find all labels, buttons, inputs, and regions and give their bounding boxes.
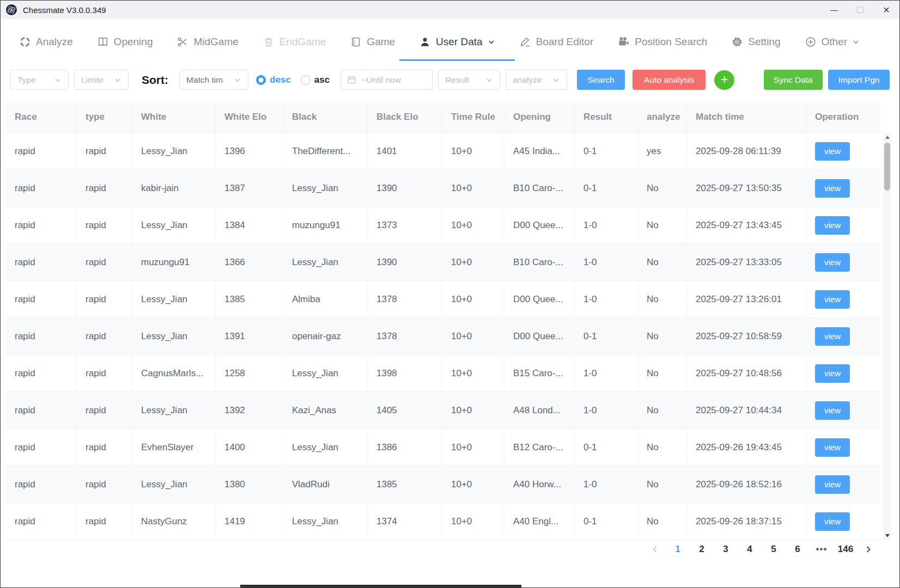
nav-item-user-data[interactable]: User Data [419,36,495,48]
column-header-result: Result [575,101,638,132]
nav-item-midgame[interactable]: MidGame [177,36,238,48]
view-button[interactable]: view [815,438,850,457]
date-range-picker[interactable]: ~Until now [340,70,433,90]
page-button-1[interactable]: 1 [668,540,687,559]
view-button[interactable]: view [815,401,850,420]
cell-type: rapid [77,244,132,280]
camera-icon [617,35,630,48]
cell-white_elo: 1387 [216,170,283,206]
nav-item-board-editor[interactable]: Board Editor [519,36,594,48]
search-button[interactable]: Search [577,70,625,90]
column-header-black-elo: Black Elo [368,101,442,132]
nav-item-setting[interactable]: Setting [731,36,780,48]
nav-item-game[interactable]: Game [350,36,395,48]
page-button-6[interactable]: 6 [788,540,807,559]
cell-type: rapid [77,466,132,503]
chevron-down-icon [114,76,121,84]
nav-item-other[interactable]: Other [805,36,860,48]
app-title: Chessmate V3.0.0.349 [23,5,106,15]
view-button[interactable]: view [815,253,850,272]
sort-desc-option[interactable]: desc [256,75,291,85]
cell-black: muzungu91 [283,207,368,243]
cell-black: Lessy_Jian [283,244,368,280]
cell-black_elo: 1378 [368,318,442,354]
cell-race: rapid [6,355,77,391]
limit-select[interactable]: Limite [74,70,129,90]
notebook-icon [350,36,362,48]
table-scrollbar[interactable] [883,133,891,540]
cell-analyze: No [638,392,687,428]
column-header-analyze: analyze [638,101,687,132]
cell-opening: B10 Caro-... [504,244,575,280]
page-button-146[interactable]: 146 [836,540,855,559]
cell-white: Lessy_Jian [132,466,216,503]
scroll-down-icon[interactable] [883,531,891,540]
cell-analyze: No [638,244,687,280]
nav-item-opening[interactable]: Opening [97,36,153,48]
cell-operation: view [806,318,880,354]
cell-operation: view [806,281,880,317]
sort-field-select[interactable]: Match tim [179,70,248,90]
analyze-select[interactable]: analyze [506,70,567,90]
cell-time_rule: 10+0 [442,133,504,169]
view-button[interactable]: view [815,142,850,161]
cell-opening: B10 Caro-... [504,170,575,206]
view-button[interactable]: view [815,179,850,198]
cell-time_rule: 10+0 [442,503,504,540]
maximize-button[interactable] [847,1,873,19]
scissors-icon [177,36,188,48]
cell-black_elo: 1386 [368,429,442,465]
cell-analyze: No [638,281,687,317]
close-button[interactable]: ✕ [873,1,899,19]
nav-item-position-search[interactable]: Position Search [617,35,707,48]
cell-match_time: 2025-09-26 19:43:45 [687,429,806,465]
nav-item-endgame[interactable]: EndGame [263,36,326,48]
prev-page-button[interactable] [647,540,663,559]
column-header-race: Race [6,101,77,132]
view-button[interactable]: view [815,290,850,309]
page-button-3[interactable]: 3 [716,540,735,559]
nav-item-analyze[interactable]: Analyze [19,36,73,48]
import-pgn-button[interactable]: Import Pgn [828,70,890,90]
desc-radio[interactable] [256,75,266,85]
cell-white: Lessy_Jian [132,392,216,428]
table-row: rapidrapidLessy_Jian1392Kazi_Anas140510+… [6,392,880,429]
sync-data-button[interactable]: Sync Data [764,70,823,90]
asc-radio[interactable] [301,75,311,85]
page-button-5[interactable]: 5 [764,540,783,559]
type-select[interactable]: Type [10,70,69,90]
add-button[interactable]: + [714,70,734,90]
cell-analyze: No [638,429,687,465]
cell-result: 0-1 [575,318,638,354]
cell-white_elo: 1258 [216,355,283,391]
view-button[interactable]: view [815,475,850,494]
filter-bar: Type Limite Sort: Match tim desc asc ~Un… [10,70,890,90]
view-button[interactable]: view [815,216,850,235]
view-button[interactable]: view [815,364,850,383]
cell-opening: A40 Horw... [504,466,575,503]
cell-match_time: 2025-09-27 13:43:45 [687,207,806,243]
minimize-button[interactable]: — [821,1,847,19]
sort-asc-option[interactable]: asc [301,75,333,85]
cell-opening: A45 India... [504,133,575,169]
cell-match_time: 2025-09-26 18:52:16 [687,466,806,503]
table-body: rapidrapidLessy_Jian1396TheDifferent...1… [6,133,880,540]
app-window: Chessmate V3.0.0.349 — ✕ Analyze Opening… [0,0,900,588]
auto-analysis-button[interactable]: Auto analysis [633,70,706,90]
view-button[interactable]: view [815,327,850,346]
cell-type: rapid [77,170,132,206]
cell-race: rapid [6,133,77,169]
cell-type: rapid [77,281,132,317]
scroll-up-icon[interactable] [883,133,891,142]
scrollbar-thumb[interactable] [884,143,890,191]
cell-result: 1-0 [575,281,638,317]
page-button-2[interactable]: 2 [692,540,711,559]
column-header-white-elo: White Elo [216,101,283,132]
page-button-4[interactable]: 4 [740,540,759,559]
view-button[interactable]: view [815,512,850,531]
result-select[interactable]: Result [438,70,500,90]
next-page-button[interactable] [860,540,877,559]
cell-white: CagnusMarls... [132,355,216,391]
pagination: 123456•••146 [647,538,877,560]
maximize-icon [857,7,863,13]
